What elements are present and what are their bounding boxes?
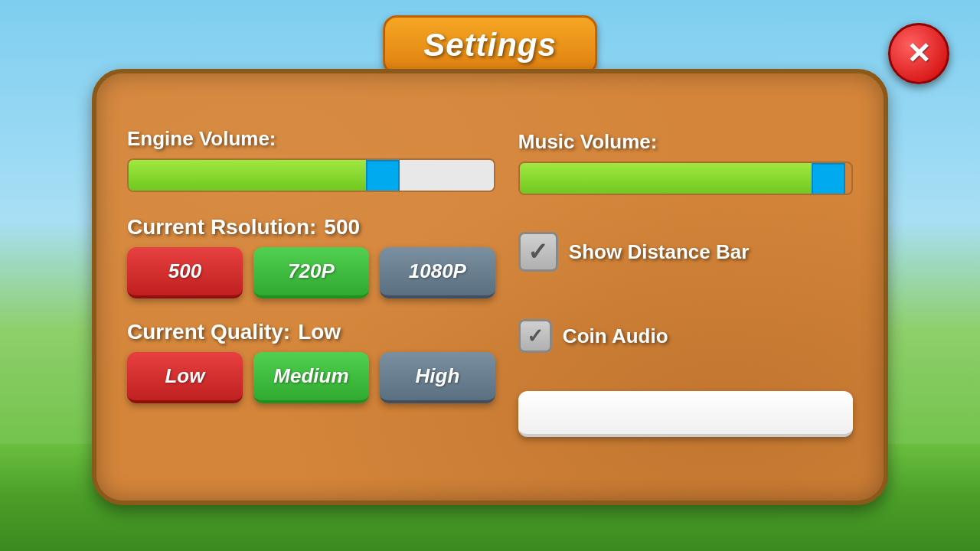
show-distance-bar-check-icon: ✓ (528, 237, 548, 266)
quality-high-button[interactable]: High (380, 352, 495, 403)
resolution-500-button[interactable]: 500 (127, 247, 243, 298)
engine-volume-fill (129, 160, 366, 191)
quality-label: Current Quality: (127, 320, 290, 344)
engine-volume-label: Engine Volume: (127, 127, 495, 151)
coin-audio-checkbox[interactable]: ✓ (518, 319, 552, 353)
music-volume-thumb[interactable] (812, 163, 845, 195)
resolution-buttons: 500 720P 1080P (127, 247, 495, 298)
right-column: Music Volume: ✓ Show Distance Bar (518, 127, 853, 485)
music-volume-slider[interactable] (518, 161, 853, 195)
engine-volume-thumb[interactable] (366, 160, 400, 192)
resolution-720p-button[interactable]: 720P (253, 247, 369, 298)
resolution-1080p-button[interactable]: 1080P (380, 247, 495, 298)
coin-audio-row: ✓ Coin Audio (518, 319, 853, 353)
resolution-section: Current Rsolution: 500 500 720P 1080P (127, 215, 495, 298)
left-column: Engine Volume: Current Rsolution: 500 (127, 127, 495, 485)
show-distance-bar-checkbox[interactable]: ✓ (518, 232, 558, 272)
close-button[interactable]: ✕ (888, 23, 949, 84)
quality-medium-button[interactable]: Medium (253, 352, 369, 403)
music-volume-label: Music Volume: (518, 130, 853, 154)
settings-title: Settings (423, 27, 557, 63)
music-volume-section: Music Volume: (518, 130, 853, 195)
resolution-value: 500 (324, 215, 360, 240)
engine-volume-slider[interactable] (127, 158, 495, 192)
settings-panel: Engine Volume: Current Rsolution: 500 (92, 69, 888, 505)
quality-value: Low (298, 320, 341, 344)
quality-low-button[interactable]: Low (127, 352, 243, 403)
engine-volume-rest (400, 160, 494, 192)
settings-title-container: Settings (383, 15, 597, 75)
resolution-label: Current Rsolution: (127, 215, 316, 240)
engine-volume-section: Engine Volume: (127, 127, 495, 192)
show-distance-bar-row: ✓ Show Distance Bar (518, 232, 853, 272)
panel-content: Engine Volume: Current Rsolution: 500 (127, 127, 853, 485)
coin-audio-check-icon: ✓ (527, 324, 544, 348)
close-icon: ✕ (906, 37, 931, 70)
music-volume-fill (520, 163, 812, 194)
empty-button[interactable] (518, 391, 853, 437)
coin-audio-label: Coin Audio (563, 324, 668, 348)
show-distance-bar-label: Show Distance Bar (569, 240, 750, 264)
quality-buttons: Low Medium High (127, 352, 495, 403)
quality-section: Current Quality: Low Low Medium High (127, 320, 495, 403)
main-grid: Engine Volume: Current Rsolution: 500 (127, 127, 853, 485)
